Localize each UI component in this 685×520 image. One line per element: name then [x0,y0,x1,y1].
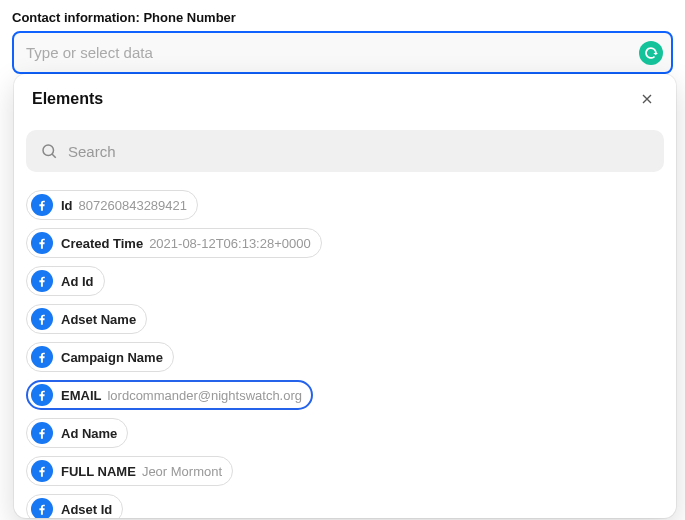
element-label: Ad Id [61,274,94,289]
facebook-icon [31,498,53,518]
element-value: Jeor Mormont [142,464,222,479]
element-value: lordcommander@nightswatch.org [107,388,302,403]
element-pill[interactable]: Ad Id [26,266,105,296]
close-icon [639,91,655,107]
close-button[interactable] [636,88,658,110]
element-pill[interactable]: FULL NAMEJeor Mormont [26,456,233,486]
element-label: Ad Name [61,426,117,441]
element-pill[interactable]: Adset Id [26,494,123,518]
facebook-icon [31,270,53,292]
field-label: Contact information: Phone Number [12,10,673,25]
element-pill[interactable]: Campaign Name [26,342,174,372]
grammarly-icon [639,41,663,65]
element-pill[interactable]: EMAILlordcommander@nightswatch.org [26,380,313,410]
element-label: Created Time [61,236,143,251]
element-pill[interactable]: Id807260843289421 [26,190,198,220]
facebook-icon [31,308,53,330]
element-label: FULL NAME [61,464,136,479]
facebook-icon [31,346,53,368]
element-label: EMAIL [61,388,101,403]
elements-list: Id807260843289421Created Time2021-08-12T… [14,182,676,518]
phone-input[interactable] [12,31,673,74]
facebook-icon [31,384,53,406]
element-label: Id [61,198,73,213]
svg-point-0 [43,145,54,156]
search-input[interactable] [58,143,650,160]
elements-panel: Elements Id807260843289421Created Time20… [14,74,676,518]
facebook-icon [31,460,53,482]
search-icon [40,142,58,160]
facebook-icon [31,232,53,254]
panel-title: Elements [32,90,103,108]
element-pill[interactable]: Adset Name [26,304,147,334]
element-value: 2021-08-12T06:13:28+0000 [149,236,311,251]
search-bar[interactable] [26,130,664,172]
element-pill[interactable]: Created Time2021-08-12T06:13:28+0000 [26,228,322,258]
facebook-icon [31,422,53,444]
element-label: Adset Id [61,502,112,517]
element-value: 807260843289421 [79,198,187,213]
element-pill[interactable]: Ad Name [26,418,128,448]
element-label: Campaign Name [61,350,163,365]
facebook-icon [31,194,53,216]
element-label: Adset Name [61,312,136,327]
